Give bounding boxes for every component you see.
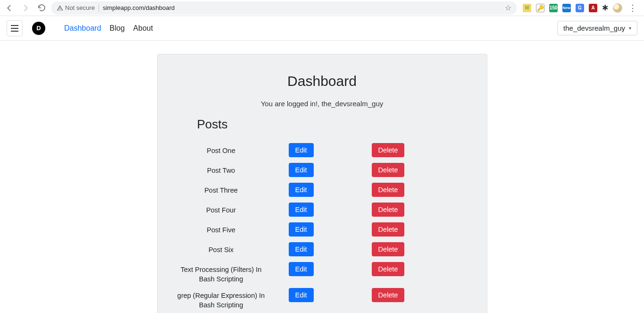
post-row: Post FiveEditDelete xyxy=(172,220,473,240)
delete-button[interactable]: Delete xyxy=(372,143,405,157)
post-title: Post Three xyxy=(172,183,271,195)
back-button[interactable] xyxy=(3,1,16,15)
post-row: Post SixEditDelete xyxy=(172,240,473,260)
svg-rect-2 xyxy=(11,31,18,32)
security-label: Not secure xyxy=(65,4,95,11)
svg-rect-1 xyxy=(11,28,18,29)
extension-icon[interactable]: 150 xyxy=(549,4,558,12)
delete-button[interactable]: Delete xyxy=(372,203,405,217)
extension-icon[interactable]: 🔑 xyxy=(536,4,544,12)
extension-icon[interactable]: New xyxy=(562,4,571,12)
app-logo[interactable]: D xyxy=(32,22,45,35)
edit-button[interactable]: Edit xyxy=(289,288,314,302)
nav-link-blog[interactable]: Blog xyxy=(109,24,125,33)
extension-icon[interactable]: A xyxy=(589,4,597,12)
bookmark-star-icon[interactable]: ☆ xyxy=(505,3,511,12)
edit-button[interactable]: Edit xyxy=(289,262,314,276)
chevron-down-icon: ▾ xyxy=(629,25,631,31)
profile-avatar-icon[interactable] xyxy=(613,3,622,13)
edit-button[interactable]: Edit xyxy=(289,143,314,157)
omnibox-separator xyxy=(99,4,99,12)
edit-button[interactable]: Edit xyxy=(289,203,314,217)
edit-button[interactable]: Edit xyxy=(289,242,314,256)
post-row: Post FourEditDelete xyxy=(172,201,473,220)
forward-button[interactable] xyxy=(19,1,32,15)
post-title: Post Two xyxy=(172,163,271,175)
extension-icon[interactable]: W xyxy=(523,4,531,12)
post-row: Post OneEditDelete xyxy=(172,141,473,161)
chrome-menu-icon[interactable]: ⋮ xyxy=(627,3,638,13)
post-title: Post Four xyxy=(172,203,271,215)
post-row: Text Processing (Filters) In Bash Script… xyxy=(172,260,473,286)
page-title: Dashboard xyxy=(172,73,473,89)
delete-button[interactable]: Delete xyxy=(372,262,405,276)
welcome-message: You are logged in!, the_devsrealm_guy xyxy=(172,100,473,108)
posts-list: Post OneEditDeletePost TwoEditDeletePost… xyxy=(172,141,473,312)
post-title: Post Six xyxy=(172,242,271,254)
not-secure-warning: Not secure xyxy=(57,4,95,11)
user-dropdown[interactable]: the_devsrealm_guy ▾ xyxy=(557,21,637,35)
hamburger-icon xyxy=(11,25,18,32)
delete-button[interactable]: Delete xyxy=(372,222,405,237)
delete-button[interactable]: Delete xyxy=(372,163,405,177)
post-row: Post TwoEditDelete xyxy=(172,161,473,181)
user-dropdown-label: the_devsrealm_guy xyxy=(563,24,625,32)
post-title: grep (Regular Expression) In Bash Script… xyxy=(172,288,271,310)
browser-toolbar: Not secure simpleapp.com/dashboard ☆ W 🔑… xyxy=(0,0,644,16)
delete-button[interactable]: Delete xyxy=(372,242,405,256)
reload-button[interactable] xyxy=(35,1,48,15)
delete-button[interactable]: Delete xyxy=(372,183,405,197)
page-content: Dashboard You are logged in!, the_devsre… xyxy=(0,41,644,313)
delete-button[interactable]: Delete xyxy=(372,288,405,302)
svg-rect-0 xyxy=(11,25,18,26)
app-navbar: D Dashboard Blog About the_devsrealm_guy… xyxy=(0,16,644,41)
nav-link-dashboard[interactable]: Dashboard xyxy=(64,24,101,33)
address-bar[interactable]: Not secure simpleapp.com/dashboard ☆ xyxy=(51,1,517,15)
warning-icon xyxy=(57,5,63,11)
extension-icon[interactable]: G xyxy=(576,4,584,12)
edit-button[interactable]: Edit xyxy=(289,183,314,197)
post-title: Post Five xyxy=(172,222,271,235)
post-title: Post One xyxy=(172,143,271,155)
extension-icons: W 🔑 150 New G A ✱ ⋮ xyxy=(520,3,641,13)
post-row: Post ThreeEditDelete xyxy=(172,181,473,201)
edit-button[interactable]: Edit xyxy=(289,163,314,177)
extensions-puzzle-icon[interactable]: ✱ xyxy=(602,3,608,12)
url-text: simpleapp.com/dashboard xyxy=(103,4,175,11)
edit-button[interactable]: Edit xyxy=(289,222,314,237)
post-title: Text Processing (Filters) In Bash Script… xyxy=(172,262,271,284)
nav-link-about[interactable]: About xyxy=(133,24,153,33)
dashboard-card: Dashboard You are logged in!, the_devsre… xyxy=(157,54,487,313)
posts-heading: Posts xyxy=(197,117,473,132)
menu-toggle-button[interactable] xyxy=(7,20,23,36)
post-row: grep (Regular Expression) In Bash Script… xyxy=(172,286,473,312)
